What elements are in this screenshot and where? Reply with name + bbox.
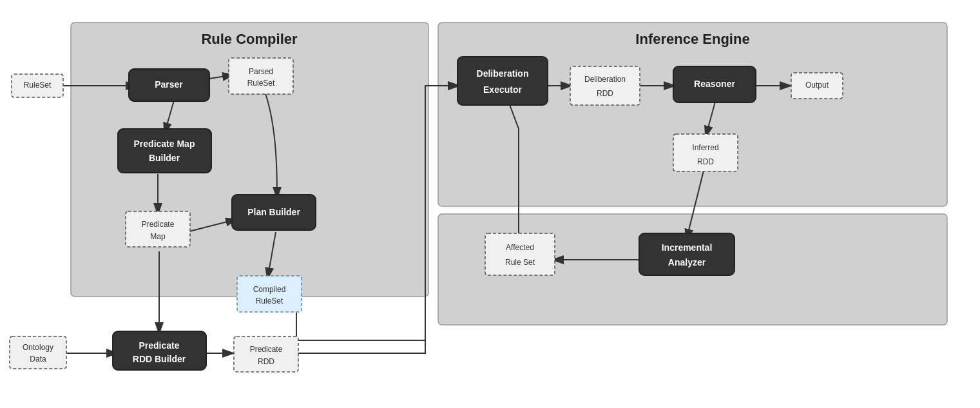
predicate-rdd-builder-label-2: RDD Builder: [133, 354, 186, 364]
incremental-analyzer-node: [639, 233, 735, 275]
output-label: Output: [805, 81, 829, 90]
affected-rule-set-node: [485, 233, 555, 275]
predicate-map-node: [126, 211, 190, 247]
predicate-map-builder-node: [118, 129, 211, 173]
predicate-rdd-label-1: Predicate: [250, 345, 283, 354]
inferred-rdd-label-2: RDD: [697, 157, 714, 166]
incremental-analyzer-label-2: Analyzer: [668, 257, 706, 267]
affected-rule-set-label-1: Affected: [506, 243, 534, 252]
predicate-map-builder-label-1: Predicate Map: [134, 139, 195, 149]
predicate-rdd-node: [234, 336, 298, 372]
rule-compiler-label: Rule Compiler: [201, 31, 298, 47]
deliberation-rdd-node: [570, 66, 640, 105]
incremental-analyzer-label-1: Incremental: [662, 242, 713, 253]
ruleset-label: RuleSet: [24, 81, 52, 90]
diagram-container: Rule Compiler Inference Engine: [0, 0, 980, 408]
predicate-rdd-builder-label-1: Predicate: [139, 340, 179, 351]
compiled-ruleset-label-2: RuleSet: [256, 296, 283, 306]
parsed-ruleset-label-1: Parsed: [249, 67, 273, 76]
affected-rule-set-label-2: Rule Set: [505, 258, 535, 267]
parser-label: Parser: [155, 79, 183, 90]
deliberation-executor-label-1: Deliberation: [477, 68, 529, 79]
ontology-data-label-1: Ontology: [23, 343, 53, 352]
ontology-data-label-2: Data: [30, 355, 46, 364]
predicate-map-builder-label-2: Builder: [149, 153, 180, 163]
predicate-rdd-label-2: RDD: [258, 357, 274, 366]
reasoner-label: Reasoner: [694, 79, 735, 89]
predicate-rdd-builder-node: [113, 331, 206, 370]
predicate-map-label-1: Predicate: [142, 220, 175, 229]
deliberation-rdd-label-2: RDD: [597, 89, 613, 98]
plan-builder-label: Plan Builder: [247, 207, 300, 217]
inference-engine-bg: [438, 23, 947, 206]
deliberation-rdd-label-1: Deliberation: [584, 75, 626, 84]
inference-engine-label: Inference Engine: [635, 31, 749, 47]
main-diagram: Rule Compiler Inference Engine: [0, 0, 980, 408]
predicate-map-label-2: Map: [150, 232, 166, 241]
inferred-rdd-label-1: Inferred: [692, 143, 718, 152]
deliberation-executor-label-2: Executor: [483, 84, 522, 95]
compiled-ruleset-label-1: Compiled: [253, 285, 286, 294]
parsed-ruleset-label-2: RuleSet: [247, 79, 275, 88]
deliberation-executor-node: [457, 57, 548, 105]
ontology-data-node: [10, 336, 66, 369]
